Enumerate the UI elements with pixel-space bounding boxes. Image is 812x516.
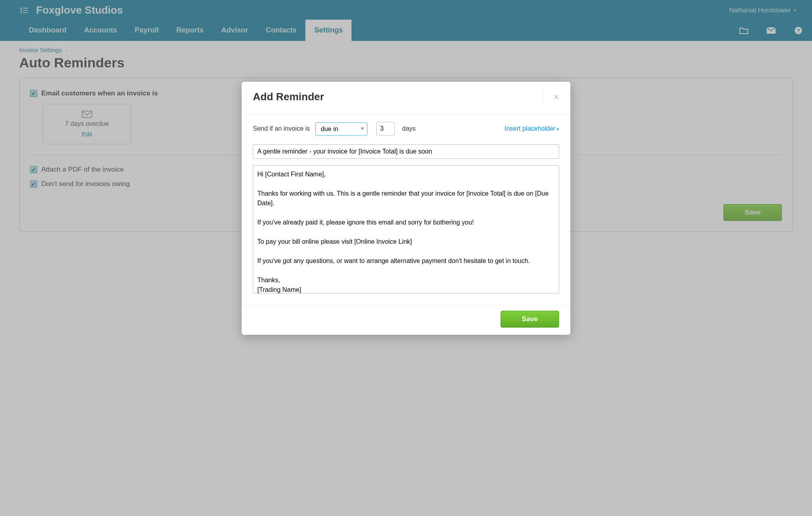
subject-input[interactable] (253, 144, 559, 159)
days-label: days (402, 125, 416, 132)
send-if-label: Send if an invoice is (253, 125, 310, 132)
due-select[interactable]: due in (315, 122, 368, 136)
insert-placeholder-link[interactable]: Insert placeholder (505, 125, 559, 132)
modal-title: Add Reminder (253, 91, 324, 103)
body-textarea[interactable] (253, 165, 559, 248)
days-input[interactable] (376, 122, 395, 136)
close-icon[interactable]: × (543, 91, 559, 103)
add-reminder-modal: Add Reminder × Send if an invoice is due… (242, 82, 570, 248)
